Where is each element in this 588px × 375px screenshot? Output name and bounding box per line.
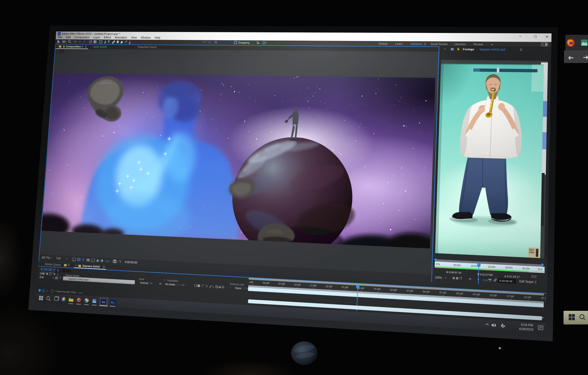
svg-text:#: #: [57, 273, 59, 276]
svg-text:Snapping: Snapping: [238, 41, 250, 44]
svg-text:6/28/2023: 6/28/2023: [519, 327, 534, 331]
svg-text:fx: fx: [213, 286, 214, 288]
svg-text:⟨⟩: ⟨⟩: [46, 289, 48, 292]
svg-text:Ae: Ae: [102, 301, 105, 304]
svg-text:+0.0: +0.0: [105, 260, 109, 263]
svg-text:T: T: [108, 40, 110, 44]
svg-text:Ps: Ps: [111, 301, 114, 304]
svg-text:8:04 PM: 8:04 PM: [521, 323, 533, 327]
